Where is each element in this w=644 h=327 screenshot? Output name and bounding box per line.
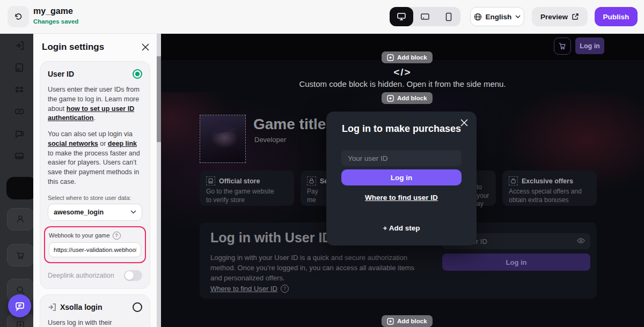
add-block-label: Add block <box>397 95 427 101</box>
plus-square-icon <box>387 54 394 61</box>
login-section-title: Log in with User ID <box>210 230 332 246</box>
eye-icon[interactable] <box>577 237 585 244</box>
person-icon <box>16 214 25 224</box>
custom-code-icon: </> <box>161 66 644 78</box>
card-desc-line: Pay <box>307 188 318 195</box>
card-desc-line: to verify store <box>206 196 245 204</box>
modal-where-to-find-link[interactable]: Where to find user ID <box>326 194 477 202</box>
store-icon <box>206 176 215 185</box>
save-status: Changes saved <box>33 18 78 25</box>
xsolla-login-icon <box>48 303 56 311</box>
feature-card-exclusive-offers[interactable]: Exclusive offers Access special offers a… <box>502 170 597 206</box>
topbar: my_game Changes saved English Preview Pu… <box>0 0 644 34</box>
help-icon[interactable] <box>113 232 121 240</box>
user-id-paragraph-2: You can also set up login via social net… <box>48 130 142 187</box>
login-menu-icon[interactable] <box>14 40 25 51</box>
deeplink-toggle-off[interactable] <box>124 270 142 281</box>
search-icon <box>16 285 25 295</box>
modal-title: Log in to make purchases <box>326 123 477 135</box>
user-id-radio-selected[interactable] <box>133 69 142 79</box>
lock-icon <box>307 176 316 185</box>
external-link-icon <box>572 13 579 20</box>
modal-user-id-input[interactable] <box>341 150 462 166</box>
xsolla-radio-unselected[interactable] <box>133 302 142 312</box>
app-root: Log in Add block </> Custom code block i… <box>0 0 644 327</box>
site-header-login-button[interactable]: Log in <box>575 38 604 54</box>
card-desc-line: obtain extra bonuses <box>509 196 568 204</box>
device-toggle-group <box>390 7 460 26</box>
publish-button[interactable]: Publish <box>595 7 638 26</box>
user-id-paragraph-1: Users enter their user IDs from the game… <box>48 85 142 123</box>
card-desc-line: ay <box>477 200 484 207</box>
deep-link-link[interactable]: deep link <box>108 140 137 147</box>
webhook-label: Webhook to your game <box>49 232 110 239</box>
plus-square-icon <box>387 95 394 102</box>
store-user-data-select[interactable]: awesome_login <box>48 204 142 221</box>
coupon-menu-icon[interactable] <box>14 106 25 117</box>
xsolla-description: Users log in with their username and pas… <box>48 318 142 327</box>
panel-title: Login settings <box>42 42 104 53</box>
add-block-label: Add block <box>397 54 427 61</box>
undo-icon <box>13 12 23 21</box>
store-menu-item[interactable] <box>7 244 34 266</box>
preview-button[interactable]: Preview <box>532 7 588 26</box>
card-title: Official store <box>219 177 260 185</box>
xsolla-option-title: Xsolla login <box>60 303 103 311</box>
card-desc-line: me <box>307 196 316 204</box>
social-networks-link[interactable]: social networks <box>48 140 98 147</box>
language-selector[interactable]: English <box>470 7 524 26</box>
store-user-data-label: Select where to store user data: <box>48 195 142 201</box>
reviews-menu-icon[interactable] <box>14 129 25 139</box>
card-desc-line: Access special offers and <box>509 188 582 195</box>
desktop-icon <box>397 12 406 21</box>
user-id-option-title: User ID <box>48 70 74 78</box>
close-icon[interactable] <box>141 43 150 51</box>
plus-square-icon <box>387 318 394 325</box>
account-menu-item[interactable] <box>7 208 34 231</box>
game-avatar[interactable] <box>200 115 246 163</box>
mobile-icon <box>445 12 452 21</box>
undo-button[interactable] <box>8 6 29 27</box>
chat-icon <box>14 300 26 312</box>
webhook-url-input[interactable] <box>49 242 141 257</box>
project-logo-pill[interactable] <box>6 177 36 199</box>
pages-menu-icon[interactable] <box>14 62 25 73</box>
device-mobile-button[interactable] <box>437 7 460 26</box>
project-title: my_game <box>33 6 73 16</box>
bag-icon <box>509 176 518 185</box>
device-tablet-button[interactable] <box>413 7 437 26</box>
xsolla-login-option-card[interactable]: Xsolla login Users log in with their use… <box>40 294 150 327</box>
login-button[interactable]: Log in <box>442 254 590 271</box>
help-icon[interactable] <box>281 285 289 293</box>
blocks-menu-icon[interactable] <box>14 84 25 95</box>
cart-icon <box>16 250 25 260</box>
where-to-find-user-id-link[interactable]: Where to find User ID <box>210 285 277 293</box>
panel-scrollbar[interactable] <box>157 33 161 327</box>
add-step-button[interactable]: + Add step <box>326 224 477 232</box>
game-developer: Developer <box>254 136 286 144</box>
deeplink-label: Deeplink authorization <box>48 272 114 279</box>
cart-button[interactable] <box>554 38 571 55</box>
device-desktop-button[interactable] <box>390 7 413 26</box>
card-desc-line: Go to the game website <box>206 188 274 195</box>
side-menu <box>0 33 33 327</box>
feature-card-official-store[interactable]: Official store Go to the game websiteto … <box>200 170 294 206</box>
user-id-option-card[interactable]: User ID Users enter their user IDs from … <box>40 61 150 289</box>
globe-icon <box>474 13 482 21</box>
support-chat-button[interactable] <box>8 294 31 317</box>
add-block-button-middle[interactable]: Add block <box>382 92 433 104</box>
add-block-button-bottom[interactable]: Add block <box>382 315 433 327</box>
login-purchases-modal: Log in to make purchases Log in Where to… <box>326 112 477 246</box>
modal-login-button[interactable]: Log in <box>341 169 462 185</box>
card-title: Exclusive offers <box>522 177 573 185</box>
cart-icon <box>558 42 567 50</box>
card-desc-line: to your <box>477 183 489 199</box>
panel-scrollbar-thumb[interactable] <box>157 56 161 142</box>
widget-icon <box>16 320 25 327</box>
select-value: awesome_login <box>54 209 104 216</box>
custom-code-message: Custom code block is hidden. Open it fro… <box>161 79 644 88</box>
add-block-button-top[interactable]: Add block <box>382 51 433 63</box>
language-label: English <box>486 13 512 21</box>
chevron-down-icon <box>515 15 521 18</box>
footer-menu-icon[interactable] <box>14 151 25 161</box>
